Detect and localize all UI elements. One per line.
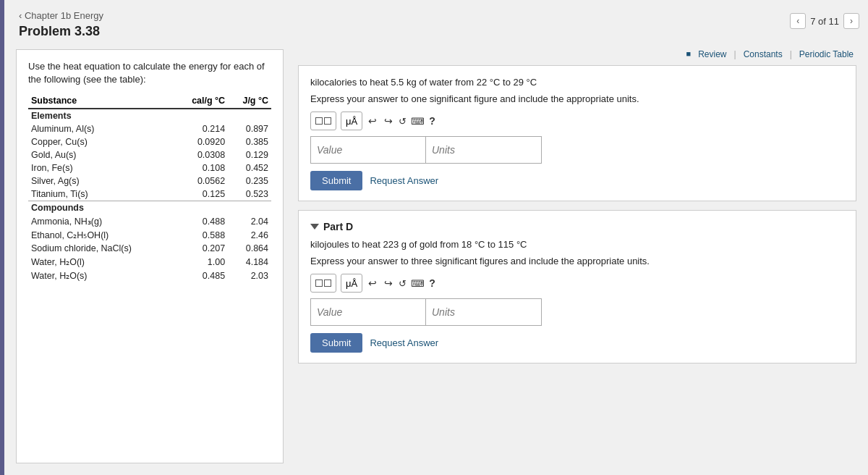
nav-count: 7 of 11 — [810, 16, 839, 27]
col-substance-header: Substance — [28, 93, 174, 109]
part-c-instruction: Express your answer to one significant f… — [310, 93, 844, 104]
part-d-value-input[interactable] — [310, 298, 426, 326]
part-d-submit-row: Submit Request Answer — [310, 333, 844, 353]
right-top-links: ■ Review | Constants | Periodic Table — [298, 49, 856, 59]
part-c-refresh-icon[interactable]: ↺ — [399, 116, 407, 127]
part-d-undo-icon[interactable]: ↩ — [367, 276, 378, 290]
part-d-answer-row — [310, 298, 844, 326]
right-panel: ■ Review | Constants | Periodic Table ki… — [298, 49, 856, 463]
part-d-keyboard-icon[interactable]: ⌨ — [411, 278, 425, 289]
part-d-units-input[interactable] — [426, 298, 542, 326]
j-cell: 0.129 — [228, 148, 271, 161]
part-c-undo-icon[interactable]: ↩ — [367, 114, 378, 128]
substance-cell: Ethanol, C₂H₅OH(l) — [28, 228, 174, 242]
mu-icon: μÅ — [346, 116, 357, 127]
part-d-request-answer-link[interactable]: Request Answer — [370, 337, 438, 348]
collapse-icon[interactable] — [310, 224, 319, 230]
table-row: Water, H₂O(l)1.004.184 — [28, 255, 271, 269]
part-d-submit-button[interactable]: Submit — [310, 333, 362, 353]
table-row: Titanium, Ti(s)0.1250.523 — [28, 188, 271, 201]
format-d-square2-icon — [324, 279, 331, 287]
j-cell: 0.523 — [228, 188, 271, 201]
part-d-section: Part D kilojoules to heat 223 g of gold … — [298, 210, 856, 363]
cal-cell: 0.488 — [174, 214, 228, 228]
cal-cell: 0.0562 — [174, 175, 228, 188]
part-d-refresh-icon[interactable]: ↺ — [399, 278, 407, 289]
table-row: Iron, Fe(s)0.1080.452 — [28, 161, 271, 175]
part-c-submit-row: Submit Request Answer — [310, 171, 844, 190]
cal-cell: 0.108 — [174, 161, 228, 175]
table-row: Ethanol, C₂H₅OH(l)0.5882.46 — [28, 228, 271, 242]
substance-cell: Ammonia, NH₃(g) — [28, 214, 174, 228]
part-d-format-btn[interactable] — [310, 274, 336, 293]
table-row: Water, H₂O(s)0.4852.03 — [28, 269, 271, 282]
j-cell: 0.897 — [228, 122, 271, 135]
part-d-toolbar: μÅ ↩ ↪ ↺ ⌨ ? — [310, 274, 844, 293]
format-square2-icon — [324, 117, 331, 125]
cal-cell: 0.125 — [174, 188, 228, 201]
part-c-value-input[interactable] — [310, 136, 426, 164]
page-title: Problem 3.38 — [19, 24, 854, 39]
part-c-answer-row — [310, 136, 844, 164]
j-cell: 2.46 — [228, 228, 271, 242]
periodic-table-link[interactable]: Periodic Table — [799, 49, 854, 59]
part-d-help-icon[interactable]: ? — [429, 277, 435, 289]
part-c-request-answer-link[interactable]: Request Answer — [370, 175, 438, 186]
cal-cell: 0.588 — [174, 228, 228, 242]
part-c-submit-button[interactable]: Submit — [310, 171, 362, 190]
left-accent-bar — [0, 0, 4, 475]
prev-button[interactable]: ‹ — [790, 13, 806, 29]
cal-cell: 1.00 — [174, 255, 228, 269]
col-cal-header: cal/g °C — [174, 93, 228, 109]
cal-cell: 0.207 — [174, 242, 228, 255]
constants-link[interactable]: Constants — [744, 49, 783, 59]
j-cell: 0.235 — [228, 175, 271, 188]
part-d-header: Part D — [310, 221, 844, 232]
j-cell: 0.385 — [228, 135, 271, 148]
j-cell: 4.184 — [228, 255, 271, 269]
substance-cell: Titanium, Ti(s) — [28, 188, 174, 201]
table-row: Gold, Au(s)0.03080.129 — [28, 148, 271, 161]
breadcrumb[interactable]: ‹ Chapter 1b Energy — [19, 10, 854, 21]
part-c-section: kilocalories to heat 5.5 kg of water fro… — [298, 65, 856, 201]
substance-cell: Copper, Cu(s) — [28, 135, 174, 148]
part-c-help-icon[interactable]: ? — [429, 115, 435, 127]
part-c-toolbar: μÅ ↩ ↪ ↺ ⌨ ? — [310, 112, 844, 130]
review-icon: ■ — [686, 49, 692, 59]
part-d-instruction: Express your answer to three significant… — [310, 256, 844, 266]
format-d-square-icon — [315, 279, 323, 287]
header: ‹ Chapter 1b Energy Problem 3.38 — [4, 0, 868, 49]
top-nav: ‹ 7 of 11 › — [790, 13, 859, 29]
review-link[interactable]: Review — [698, 49, 726, 59]
j-cell: 2.03 — [228, 269, 271, 282]
sep2: | — [790, 49, 792, 59]
cal-cell: 0.214 — [174, 122, 228, 135]
substance-cell: Silver, Ag(s) — [28, 175, 174, 188]
substance-cell: Gold, Au(s) — [28, 148, 174, 161]
main-body: Use the heat equation to calculate the e… — [4, 49, 868, 475]
table-row: Copper, Cu(s)0.09200.385 — [28, 135, 271, 148]
part-d-redo-icon[interactable]: ↪ — [383, 276, 394, 290]
mu-d-icon: μÅ — [346, 278, 357, 289]
substance-cell: Sodium chloride, NaCl(s) — [28, 242, 174, 255]
table-row: Ammonia, NH₃(g)0.4882.04 — [28, 214, 271, 228]
col-j-header: J/g °C — [228, 93, 271, 109]
format-square-icon — [315, 117, 323, 125]
section-header-0: Elements — [28, 109, 271, 122]
sep1: | — [734, 49, 736, 59]
part-c-redo-icon[interactable]: ↪ — [383, 114, 394, 128]
part-c-keyboard-icon[interactable]: ⌨ — [411, 116, 425, 127]
next-button[interactable]: › — [843, 13, 859, 29]
left-panel: Use the heat equation to calculate the e… — [16, 49, 284, 463]
table-row: Silver, Ag(s)0.05620.235 — [28, 175, 271, 188]
part-c-mu-btn[interactable]: μÅ — [341, 112, 362, 130]
cal-cell: 0.0920 — [174, 135, 228, 148]
part-c-format-btn[interactable] — [310, 112, 336, 130]
part-d-question: kilojoules to heat 223 g of gold from 18… — [310, 238, 844, 251]
part-c-question: kilocalories to heat 5.5 kg of water fro… — [310, 76, 844, 89]
table-row: Sodium chloride, NaCl(s)0.2070.864 — [28, 242, 271, 255]
content-area: ‹ Chapter 1b Energy Problem 3.38 ‹ 7 of … — [4, 0, 868, 475]
part-d-mu-btn[interactable]: μÅ — [341, 274, 362, 293]
part-c-units-input[interactable] — [426, 136, 542, 164]
cal-cell: 0.0308 — [174, 148, 228, 161]
